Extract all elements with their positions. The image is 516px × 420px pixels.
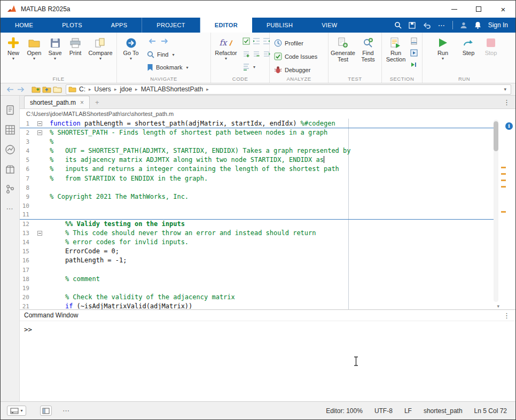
code-line[interactable]: 17 xyxy=(20,266,497,275)
breadcrumb-segment-user[interactable]: jdoe xyxy=(117,85,135,93)
code-line[interactable]: 11 xyxy=(20,211,497,220)
goto-button[interactable]: Go To ▾ xyxy=(119,35,143,61)
comment-add-icon[interactable] xyxy=(242,50,251,58)
code-line[interactable]: 14 % error codes for invlid inputs. xyxy=(20,238,497,247)
open-button[interactable]: Open ▾ xyxy=(24,35,44,61)
line-number[interactable]: 3 xyxy=(20,137,32,146)
line-number[interactable]: 20 xyxy=(20,293,32,302)
analyzer-warning-tick[interactable] xyxy=(501,173,506,175)
find-tests-button[interactable]: Find Tests xyxy=(356,35,380,63)
line-number[interactable]: 1 xyxy=(20,119,32,128)
indent-right-icon[interactable] xyxy=(252,37,261,45)
tab-apps[interactable]: APPS xyxy=(97,18,142,33)
search-icon[interactable] xyxy=(394,21,402,29)
debugger-button[interactable]: Debugger xyxy=(274,66,310,74)
step-button[interactable]: Step xyxy=(458,35,479,56)
more-actions-icon[interactable]: ⋯ xyxy=(438,21,445,29)
line-number[interactable]: 16 xyxy=(20,256,32,265)
line-number[interactable]: 12 xyxy=(20,220,32,229)
code-line[interactable]: 18 % comment xyxy=(20,275,497,284)
code-line[interactable]: 9% Copyright 2021 The MathWorks, Inc. xyxy=(20,192,497,201)
fold-marker[interactable] xyxy=(32,121,48,126)
analyzer-warning-tick[interactable] xyxy=(501,180,506,181)
breadcrumb-segment-drive[interactable]: C: xyxy=(76,85,88,93)
format-dropdown[interactable]: ▾ xyxy=(253,65,255,69)
new-folder-button[interactable] xyxy=(30,84,41,95)
sidebar-git-panel-button[interactable] xyxy=(2,179,18,199)
navigate-forward-button[interactable] xyxy=(161,38,169,44)
code-line[interactable]: 10 xyxy=(20,201,497,211)
tab-project[interactable]: PROJECT xyxy=(142,18,200,33)
panel-toggle-button[interactable] xyxy=(40,406,52,416)
code-line[interactable]: 12 %% Validy testing on the inputs xyxy=(20,220,497,229)
line-number[interactable]: 8 xyxy=(20,183,32,192)
breadcrumb[interactable]: C: ▸ Users ▸ jdoe ▸ MATLABShortestPath ▸… xyxy=(66,84,511,95)
undo-icon[interactable] xyxy=(423,22,431,29)
notifications-bell-icon[interactable] xyxy=(474,21,481,29)
code-analyzer-indicator[interactable]: i xyxy=(505,122,513,130)
breadcrumb-segment-project[interactable]: MATLABShortestPath xyxy=(138,85,206,93)
sidebar-files-panel-button[interactable] xyxy=(2,100,18,120)
fold-marker[interactable] xyxy=(32,130,48,135)
line-number[interactable]: 6 xyxy=(20,165,32,174)
code-line[interactable]: 16 pathLength = -1; xyxy=(20,256,497,265)
insert-section-button[interactable] xyxy=(410,37,418,45)
editor-tab-shortest-path[interactable]: shortest_path.m × xyxy=(24,96,90,108)
run-button[interactable]: Run ▾ xyxy=(432,35,454,61)
maximize-button[interactable] xyxy=(466,1,491,18)
check-code-icon[interactable] xyxy=(242,37,251,45)
line-number[interactable]: 18 xyxy=(20,275,32,284)
breadcrumb-segment-users[interactable]: Users xyxy=(92,85,114,93)
run-to-end-button[interactable] xyxy=(410,60,418,69)
statusbar-more-button[interactable]: ⋯ xyxy=(62,407,70,415)
community-icon[interactable] xyxy=(460,21,467,29)
tab-view[interactable]: VIEW xyxy=(307,18,351,33)
code-line[interactable]: 15 ErrorCode = 0; xyxy=(20,247,497,256)
sign-in-link[interactable]: Sign In xyxy=(488,21,508,29)
navigate-back-button[interactable] xyxy=(148,38,156,44)
editor-zoom-level[interactable]: Editor: 100% xyxy=(326,407,363,415)
new-tab-button[interactable]: + xyxy=(95,98,99,106)
code-line[interactable]: 5% its adjacency matrix ADJMTX along wit… xyxy=(20,155,497,165)
code-line[interactable]: 8 xyxy=(20,183,497,192)
profiler-button[interactable]: Profiler xyxy=(274,39,303,47)
sidebar-more-panels-button[interactable]: ⋯ xyxy=(2,199,18,219)
line-number[interactable]: 9 xyxy=(20,192,32,201)
code-issues-button[interactable]: Code Issues xyxy=(274,52,317,60)
code-line[interactable]: 4% OUT = SHORTEST_PATH(ADJMTX, STARTIDX,… xyxy=(20,146,497,155)
analyzer-warning-tick[interactable] xyxy=(501,186,506,188)
line-number[interactable]: 21 xyxy=(20,302,32,309)
line-number[interactable]: 14 xyxy=(20,238,32,247)
analyzer-warning-tick[interactable] xyxy=(501,211,506,213)
compare-button[interactable]: Compare ▾ xyxy=(86,35,115,61)
run-and-advance-button[interactable] xyxy=(410,49,418,57)
tab-plots[interactable]: PLOTS xyxy=(48,18,97,33)
code-line[interactable]: 7% from STARTIDX to ENDIDX in the graph. xyxy=(20,174,497,183)
tab-home[interactable]: HOME xyxy=(1,18,48,33)
bookmark-button[interactable]: Bookmark ▾ xyxy=(147,64,189,71)
line-number[interactable]: 17 xyxy=(20,266,32,275)
analyzer-warning-tick[interactable] xyxy=(501,167,506,168)
line-number[interactable]: 13 xyxy=(20,229,32,238)
tab-editor[interactable]: EDITOR xyxy=(200,18,252,33)
line-number[interactable]: 15 xyxy=(20,247,32,256)
code-line[interactable]: 13 % This code should never throw an err… xyxy=(20,229,497,238)
refactor-button[interactable]: fx Refactor ▾ xyxy=(212,35,240,61)
line-number[interactable]: 2 xyxy=(20,128,32,137)
code-line[interactable]: 1function pathLength = shortest_path(adj… xyxy=(20,119,497,128)
code-line[interactable]: 20 % Check the validity of the adjacency… xyxy=(20,293,497,302)
minimize-button[interactable] xyxy=(442,1,466,18)
breadcrumb-chevron[interactable]: ▸ xyxy=(206,87,209,92)
sidebar-workspace-panel-button[interactable] xyxy=(2,120,18,139)
line-number[interactable]: 11 xyxy=(20,210,32,219)
print-button[interactable]: Print xyxy=(66,35,85,56)
sidebar-addons-panel-button[interactable] xyxy=(2,159,18,179)
generate-test-button[interactable]: Generate Test xyxy=(331,35,355,63)
format-code-icon[interactable] xyxy=(242,63,251,71)
command-window[interactable]: >> xyxy=(20,321,515,402)
breadcrumb-dropdown[interactable]: ▾ xyxy=(504,87,509,92)
sidebar-plots-panel-button[interactable] xyxy=(2,139,18,159)
panel-layout-button[interactable]: ▾ xyxy=(7,406,26,416)
line-number[interactable]: 10 xyxy=(20,201,32,211)
code-editor[interactable]: 1function pathLength = shortest_path(adj… xyxy=(20,119,515,309)
